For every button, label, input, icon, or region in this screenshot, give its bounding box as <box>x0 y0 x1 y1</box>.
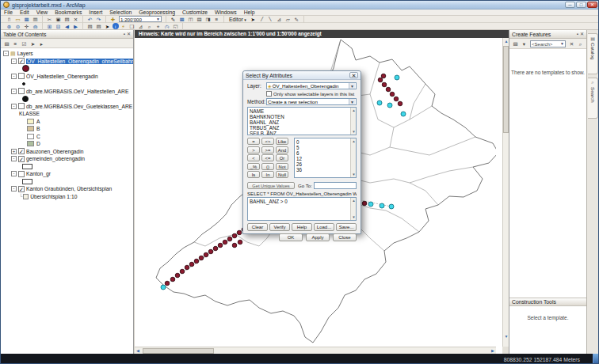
clear-search-icon[interactable]: ✕ <box>568 40 576 47</box>
operator-button-In[interactable]: In <box>261 171 274 178</box>
list-by-visibility-icon[interactable]: ☑ <box>21 40 29 47</box>
layer-visibility-checkbox[interactable]: ✓ <box>18 156 25 162</box>
identify-icon[interactable]: i <box>113 23 119 29</box>
collapse-icon[interactable]: - <box>11 89 17 94</box>
operator-button-[interactable]: <= <box>261 154 274 161</box>
map-scale-combo[interactable]: 1:200'000▼ <box>119 16 162 22</box>
collapse-icon[interactable]: - <box>11 59 17 64</box>
zoom-out-icon[interactable]: ⊖ <box>14 23 22 29</box>
menu-item-customize[interactable]: Customize <box>182 9 208 15</box>
layer-item[interactable]: D <box>1 140 133 148</box>
scroll-down-icon[interactable]: ▼ <box>351 172 357 177</box>
operator-button-[interactable]: () <box>261 163 274 170</box>
dock-tab-search[interactable]: ⌕Search <box>588 78 598 119</box>
pause-drawing-icon[interactable]: ≡ <box>213 16 221 22</box>
undo-icon[interactable]: ↶ <box>86 16 94 22</box>
horizontal-scroll-thumb[interactable] <box>143 348 214 354</box>
menu-item-selection[interactable]: Selection <box>109 9 132 15</box>
scroll-left-icon[interactable]: ◀ <box>135 347 141 354</box>
rotate-tool-icon[interactable]: ⊿ <box>275 16 283 22</box>
hyperlink-icon[interactable]: ⚡ <box>120 23 128 29</box>
operator-button-[interactable]: = <box>247 138 260 145</box>
sketch-tool-icon[interactable]: ╱ <box>258 16 265 22</box>
scroll-up-icon[interactable]: ▲ <box>351 138 357 144</box>
layer-visibility-checkbox[interactable]: ✓ <box>18 58 25 64</box>
verify-button[interactable]: Verify <box>269 223 290 231</box>
field-item[interactable]: NAME <box>250 108 349 114</box>
delete-icon[interactable]: ✕ <box>72 16 80 22</box>
redo-icon[interactable]: ↷ <box>95 16 103 22</box>
scroll-up-icon[interactable]: ▲ <box>351 198 357 203</box>
apply-button[interactable]: Apply <box>306 233 330 241</box>
value-item[interactable]: 0 <box>296 139 349 145</box>
operator-button-Not[interactable]: Not <box>276 163 288 170</box>
chevron-down-icon[interactable]: ▾ <box>521 40 528 47</box>
split-tool-icon[interactable]: ╲ <box>266 16 274 22</box>
layer-visibility-checkbox[interactable] <box>18 171 25 177</box>
operator-button-Like[interactable]: Like <box>276 138 288 145</box>
forward-extent-icon[interactable]: ▶ <box>72 23 80 29</box>
time-slider-icon[interactable]: ◷ <box>163 23 171 29</box>
list-by-selection-icon[interactable]: ➤ <box>29 40 37 47</box>
layer-item[interactable]: A <box>1 118 133 126</box>
fields-list[interactable]: ▲▼ NAMEBAHNKNOTENBAHNL_ANZTRBUS_ANZSEILB… <box>247 107 357 135</box>
operator-button-[interactable]: <> <box>261 138 274 145</box>
expression-scrollbar[interactable]: ▲▼ <box>350 198 356 220</box>
close-button[interactable]: ✕ <box>587 2 597 8</box>
scroll-up-icon[interactable]: ▲ <box>351 108 357 113</box>
operator-button-[interactable]: >= <box>261 146 274 154</box>
only-show-selectable-checkbox[interactable] <box>266 91 272 97</box>
layer-item[interactable]: -db_are.MGRBASIS.Oev_Gueteklassen_ARE <box>1 103 133 111</box>
template-search-input[interactable]: <Search> ▼ <box>530 40 566 47</box>
open-icon[interactable]: ▭ <box>14 16 22 22</box>
toc-close-icon[interactable]: ✕ <box>127 31 131 38</box>
go-to-input[interactable] <box>314 182 357 189</box>
toc-options-icon[interactable]: ▸ <box>38 40 46 47</box>
sketch-properties-icon[interactable]: ✎ <box>292 16 300 22</box>
print-icon[interactable]: ▥ <box>32 16 40 22</box>
layer-item[interactable]: B <box>1 125 133 133</box>
collapse-icon[interactable]: - <box>3 51 9 56</box>
viewer-window-icon[interactable]: ◱ <box>172 23 180 29</box>
layer-item[interactable]: -✓gemeinden_oberengadin <box>1 155 133 163</box>
operator-button-Is[interactable]: Is <box>247 171 260 178</box>
dock-tab-catalog[interactable]: ▤Catalog <box>588 33 598 74</box>
value-item[interactable]: 36 <box>296 167 349 173</box>
value-item[interactable]: 12 <box>296 156 349 161</box>
layer-combo[interactable]: ◈ ÖV_Haltestellen_Oberengadin ▼ <box>266 82 357 89</box>
layer-item[interactable]: └Übersichtsplan 1:10 <box>1 193 133 201</box>
layer-item[interactable]: KLASSE <box>1 110 133 118</box>
select-elements-icon[interactable]: ➤ <box>104 23 112 29</box>
operator-button-[interactable]: < <box>247 154 260 161</box>
value-item[interactable]: 5 <box>296 145 349 150</box>
close-button[interactable]: Close <box>333 233 357 241</box>
copy-icon[interactable]: ▣ <box>55 16 63 22</box>
layer-item[interactable]: C <box>1 133 133 141</box>
select-features-icon[interactable]: ▧ <box>86 23 94 29</box>
layer-visibility-checkbox[interactable] <box>18 73 25 79</box>
chevron-down-icon[interactable]: ▼ <box>349 99 355 104</box>
field-item[interactable]: TRBUS_ANZ <box>250 125 349 131</box>
search-templates-icon[interactable]: ⌕ <box>577 40 585 47</box>
fields-scrollbar[interactable]: ▲▼ <box>350 108 356 135</box>
collapse-icon[interactable]: - <box>11 186 17 191</box>
full-extent-icon[interactable]: ◍ <box>32 23 40 29</box>
edit-pencil-icon[interactable]: ✎ <box>170 16 177 22</box>
data-view-icon[interactable]: ▦ <box>178 16 186 22</box>
operator-button-[interactable]: _% <box>247 163 260 170</box>
create-features-close-icon[interactable]: ✕ <box>580 31 584 38</box>
pin-icon[interactable]: ▪ <box>577 31 578 38</box>
pin-icon[interactable]: ▪ <box>124 31 125 38</box>
zoom-in-icon[interactable]: ⊕ <box>6 23 13 29</box>
go-to-xy-icon[interactable]: ⌖ <box>155 23 162 29</box>
fixed-zoom-out-icon[interactable]: ⊟ <box>55 23 63 29</box>
map-horizontal-scrollbar[interactable]: ◀ ▶ <box>135 347 496 354</box>
layer-item[interactable]: -✓Kanton Graubünden, Übersichtsplan <box>1 185 133 193</box>
menu-item-file[interactable]: File <box>4 9 13 15</box>
menu-item-insert[interactable]: Insert <box>89 9 102 15</box>
scroll-down-icon[interactable]: ▼ <box>351 129 357 135</box>
map-vertical-scrollbar[interactable]: ▲ ▼ <box>502 38 509 347</box>
field-item[interactable]: BAHNL_ANZ <box>250 119 349 125</box>
operator-button-Or[interactable]: Or <box>276 154 288 161</box>
list-by-drawing-order-icon[interactable]: ▤ <box>3 40 11 47</box>
